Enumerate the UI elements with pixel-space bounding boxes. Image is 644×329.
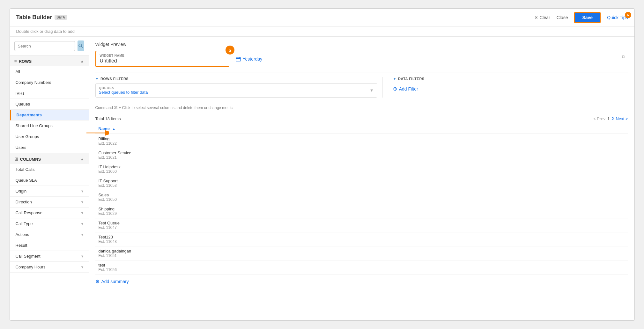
date-filter-label: Yesterday (243, 56, 263, 62)
sidebar-item-ivrs[interactable]: IVRs (10, 88, 89, 99)
app-title: Table Builder BETA (16, 14, 67, 21)
command-hint-text: Command ⌘ + Click to select several colu… (95, 106, 233, 110)
sidebar-item-users[interactable]: Users (10, 142, 89, 153)
sidebar-item-origin[interactable]: Origin ▼ (10, 186, 89, 197)
sort-icon: ▲ (112, 127, 116, 131)
queues-label: QUEUES (99, 86, 148, 90)
prev-page-button[interactable]: < Prev (593, 116, 605, 121)
table-row[interactable]: IT Support Ext. 11053 (95, 176, 628, 190)
queues-filter-select[interactable]: QUEUES Select queues to filter data ▼ (95, 83, 377, 98)
columns-icon: ⊞ (14, 157, 18, 162)
data-filters-box: ▼ DATA FILTERS ⊕ Add Filter (388, 77, 628, 98)
plus-circle-icon: ⊕ (393, 86, 397, 92)
add-filter-button[interactable]: ⊕ Add Filter (393, 83, 418, 94)
sidebar-item-departments[interactable]: Departments (10, 110, 89, 121)
save-button[interactable]: Save (574, 12, 601, 23)
sidebar-item-call-response[interactable]: Call Response ▼ (10, 208, 89, 218)
total-items-label: Total 18 items (95, 116, 121, 121)
call-segment-chevron-icon: ▼ (81, 254, 84, 258)
search-input[interactable] (14, 41, 75, 51)
search-area (10, 37, 89, 55)
sidebar-item-call-segment[interactable]: Call Segment ▼ (10, 251, 89, 262)
row-ext-5: Ext. 11029 (99, 211, 625, 216)
main-content: ≡ ROWS ▲ All Company Numbers IVRs Queues (10, 37, 634, 320)
search-button[interactable] (78, 40, 84, 51)
sidebar-item-queues[interactable]: Queues (10, 99, 89, 110)
quick-tips-button[interactable]: 6 Quick Tips (607, 15, 628, 20)
sidebar-item-company-hours[interactable]: Company Hours ▼ (10, 262, 89, 273)
row-name-6: Test Queue (99, 221, 625, 225)
next-page-button[interactable]: Next > (616, 116, 628, 121)
date-filter-button[interactable]: Yesterday (236, 56, 263, 62)
sidebar-item-actions[interactable]: Actions ▼ (10, 229, 89, 240)
row-ext-9: Ext. 11056 (99, 267, 625, 272)
filter-icon: ▼ (95, 77, 99, 81)
sidebar-item-total-calls[interactable]: Total Calls (10, 164, 89, 175)
widget-name-value[interactable]: Untitled (100, 58, 225, 64)
row-ext-6: Ext. 11047 (99, 225, 625, 230)
table-row[interactable]: IT Helpdesk Ext. 11060 (95, 162, 628, 176)
step-badge-5: 5 (226, 46, 234, 55)
rows-section-header[interactable]: ≡ ROWS ▲ (10, 55, 89, 66)
row-ext-3: Ext. 11053 (99, 183, 625, 188)
top-bar: Table Builder BETA ✕ Clear Close Save 6 … (10, 9, 634, 26)
close-button[interactable]: Close (557, 15, 568, 20)
row-ext-4: Ext. 11050 (99, 197, 625, 202)
page-1-button[interactable]: 1 (607, 116, 610, 121)
row-name-5: Shipping (99, 207, 625, 211)
command-hint: Command ⌘ + Click to select several colu… (95, 103, 628, 113)
table-row[interactable]: Shipping Ext. 11029 (95, 204, 628, 218)
rows-filters-label: ROWS FILTERS (100, 77, 129, 81)
queues-placeholder: Select queues to filter data (99, 90, 148, 95)
save-label: Save (582, 15, 593, 20)
x-icon: ✕ (534, 15, 538, 20)
row-ext-0: Ext. 11022 (99, 141, 625, 146)
sidebar-item-queue-sla[interactable]: Queue SLA (10, 175, 89, 186)
actions-chevron-icon: ▼ (81, 233, 84, 237)
company-hours-chevron-icon: ▼ (81, 265, 84, 269)
widget-name-box: 5 WIDGET NAME Untitled (95, 51, 229, 67)
sidebar-item-shared-line-groups[interactable]: Shared Line Groups (10, 121, 89, 131)
sidebar-item-call-type[interactable]: Call Type ▼ (10, 218, 89, 229)
row-ext-1: Ext. 11021 (99, 155, 625, 160)
row-ext-2: Ext. 11060 (99, 169, 625, 174)
title-text: Table Builder (16, 14, 52, 21)
pagination: < Prev 1 2 Next > (593, 116, 628, 121)
queues-chevron-icon: ▼ (370, 88, 374, 93)
sidebar-item-direction[interactable]: Direction ▼ (10, 197, 89, 208)
rows-section-items: All Company Numbers IVRs Queues Departme… (10, 66, 89, 153)
sidebar-item-company-numbers[interactable]: Company Numbers (10, 77, 89, 88)
add-summary-button[interactable]: ⊕ Add summary (95, 274, 129, 288)
search-icon (78, 43, 83, 48)
table-row[interactable]: Test Queue Ext. 11047 (95, 218, 628, 232)
columns-section-items: Total Calls Queue SLA Origin ▼ Direction… (10, 164, 89, 273)
rows-chevron-icon: ▲ (80, 59, 84, 63)
table-row[interactable]: danica gadaingan Ext. 11051 (95, 246, 628, 260)
table-row[interactable]: Test123 Ext. 11043 (95, 232, 628, 246)
page-2-button[interactable]: 2 (611, 116, 614, 121)
add-summary-label: Add summary (101, 279, 129, 284)
clear-button[interactable]: ✕ Clear (534, 15, 550, 20)
sub-header: Double click or drag data to add (10, 26, 634, 37)
sidebar-item-result[interactable]: Result (10, 240, 89, 251)
call-response-chevron-icon: ▼ (81, 211, 84, 215)
beta-badge: BETA (55, 15, 67, 20)
table-row[interactable]: Customer Service Ext. 11021 (95, 148, 628, 162)
table-row[interactable]: Billing Ext. 11022 (95, 134, 628, 148)
columns-label: COLUMNS (20, 157, 41, 162)
sidebar-item-user-groups[interactable]: User Groups (10, 131, 89, 142)
top-bar-actions: ✕ Clear Close Save 6 Quick Tips (534, 12, 628, 23)
columns-section-header[interactable]: ⊞ COLUMNS ▲ (10, 153, 89, 164)
clear-label: Clear (539, 15, 550, 20)
right-panel: Widget Preview 5 WIDGET NAME Untitled (89, 37, 634, 320)
table-row[interactable]: test Ext. 11056 (95, 260, 628, 274)
plus-circle-summary-icon: ⊕ (95, 278, 100, 284)
filters-row: ▼ ROWS FILTERS QUEUES Select queues to f… (95, 72, 628, 98)
row-name-1: Customer Service (99, 150, 625, 155)
row-ext-8: Ext. 11051 (99, 253, 625, 258)
sidebar-item-all[interactable]: All (10, 66, 89, 77)
table-row[interactable]: Sales Ext. 11050 (95, 190, 628, 204)
add-filter-label: Add Filter (399, 86, 418, 91)
name-column-header[interactable]: Name ▲ (95, 124, 628, 134)
copy-icon[interactable]: ⧉ (622, 54, 625, 59)
